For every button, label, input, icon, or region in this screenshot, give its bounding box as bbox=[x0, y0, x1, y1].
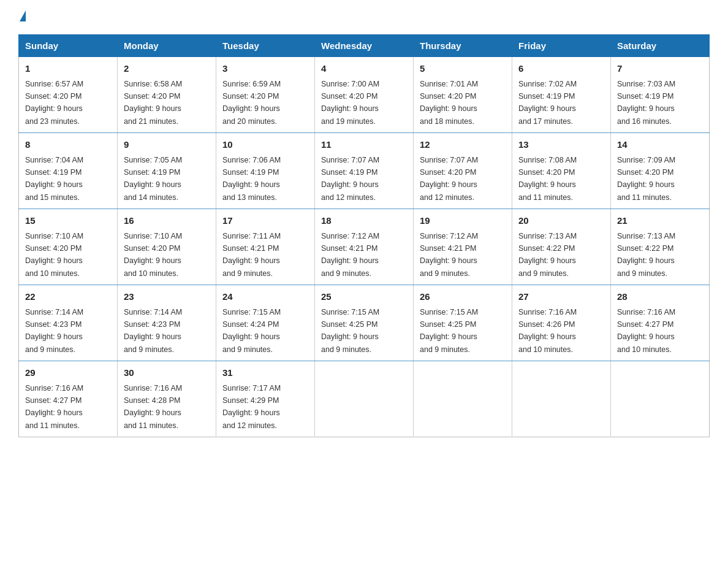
day-info: Sunrise: 7:16 AMSunset: 4:27 PMDaylight:… bbox=[25, 384, 83, 430]
day-number: 21 bbox=[617, 214, 703, 228]
day-info: Sunrise: 7:16 AMSunset: 4:26 PMDaylight:… bbox=[518, 308, 577, 354]
calendar-day-cell: 14 Sunrise: 7:09 AMSunset: 4:20 PMDaylig… bbox=[611, 133, 710, 209]
calendar-empty-cell bbox=[611, 361, 710, 437]
day-number: 17 bbox=[222, 214, 308, 228]
calendar-day-cell: 11 Sunrise: 7:07 AMSunset: 4:19 PMDaylig… bbox=[315, 133, 414, 209]
day-info: Sunrise: 6:59 AMSunset: 4:20 PMDaylight:… bbox=[222, 80, 281, 126]
calendar-day-cell: 5 Sunrise: 7:01 AMSunset: 4:20 PMDayligh… bbox=[414, 57, 512, 133]
day-info: Sunrise: 6:57 AMSunset: 4:20 PMDaylight:… bbox=[25, 80, 83, 126]
day-number: 16 bbox=[124, 214, 210, 228]
day-number: 8 bbox=[25, 138, 111, 152]
day-number: 28 bbox=[617, 290, 703, 304]
calendar-day-cell: 8 Sunrise: 7:04 AMSunset: 4:19 PMDayligh… bbox=[19, 133, 118, 209]
day-number: 22 bbox=[25, 290, 111, 304]
day-info: Sunrise: 7:07 AMSunset: 4:20 PMDaylight:… bbox=[420, 156, 478, 202]
day-number: 20 bbox=[518, 214, 604, 228]
day-number: 13 bbox=[518, 138, 604, 152]
day-number: 15 bbox=[25, 214, 111, 228]
day-info: Sunrise: 7:12 AMSunset: 4:21 PMDaylight:… bbox=[420, 232, 478, 278]
calendar-day-cell: 12 Sunrise: 7:07 AMSunset: 4:20 PMDaylig… bbox=[414, 133, 512, 209]
calendar-day-cell: 3 Sunrise: 6:59 AMSunset: 4:20 PMDayligh… bbox=[216, 57, 315, 133]
day-number: 29 bbox=[25, 366, 111, 380]
weekday-header-wednesday: Wednesday bbox=[315, 35, 414, 57]
weekday-header-tuesday: Tuesday bbox=[216, 35, 315, 57]
day-info: Sunrise: 7:15 AMSunset: 4:25 PMDaylight:… bbox=[321, 308, 379, 354]
day-info: Sunrise: 7:16 AMSunset: 4:27 PMDaylight:… bbox=[617, 308, 675, 354]
day-info: Sunrise: 7:06 AMSunset: 4:19 PMDaylight:… bbox=[222, 156, 281, 202]
day-number: 1 bbox=[25, 62, 111, 76]
day-number: 6 bbox=[518, 62, 604, 76]
calendar-day-cell: 6 Sunrise: 7:02 AMSunset: 4:19 PMDayligh… bbox=[512, 57, 611, 133]
calendar-week-row: 8 Sunrise: 7:04 AMSunset: 4:19 PMDayligh… bbox=[19, 133, 710, 209]
calendar-day-cell: 20 Sunrise: 7:13 AMSunset: 4:22 PMDaylig… bbox=[512, 209, 611, 285]
weekday-header-row: SundayMondayTuesdayWednesdayThursdayFrid… bbox=[19, 35, 710, 57]
day-info: Sunrise: 7:01 AMSunset: 4:20 PMDaylight:… bbox=[420, 80, 478, 126]
calendar-week-row: 1 Sunrise: 6:57 AMSunset: 4:20 PMDayligh… bbox=[19, 57, 710, 133]
day-info: Sunrise: 7:09 AMSunset: 4:20 PMDaylight:… bbox=[617, 156, 675, 202]
day-number: 11 bbox=[321, 138, 407, 152]
calendar-empty-cell bbox=[315, 361, 414, 437]
calendar-table: SundayMondayTuesdayWednesdayThursdayFrid… bbox=[18, 34, 710, 437]
weekday-header-monday: Monday bbox=[118, 35, 216, 57]
logo-triangle-icon bbox=[20, 10, 26, 21]
day-number: 30 bbox=[124, 366, 210, 380]
calendar-week-row: 15 Sunrise: 7:10 AMSunset: 4:20 PMDaylig… bbox=[19, 209, 710, 285]
calendar-day-cell: 23 Sunrise: 7:14 AMSunset: 4:23 PMDaylig… bbox=[118, 285, 216, 361]
day-number: 3 bbox=[222, 62, 308, 76]
day-number: 26 bbox=[420, 290, 506, 304]
day-info: Sunrise: 7:03 AMSunset: 4:19 PMDaylight:… bbox=[617, 80, 675, 126]
calendar-day-cell: 16 Sunrise: 7:10 AMSunset: 4:20 PMDaylig… bbox=[118, 209, 216, 285]
day-number: 12 bbox=[420, 138, 506, 152]
calendar-day-cell: 19 Sunrise: 7:12 AMSunset: 4:21 PMDaylig… bbox=[414, 209, 512, 285]
calendar-week-row: 22 Sunrise: 7:14 AMSunset: 4:23 PMDaylig… bbox=[19, 285, 710, 361]
calendar-day-cell: 13 Sunrise: 7:08 AMSunset: 4:20 PMDaylig… bbox=[512, 133, 611, 209]
calendar-day-cell: 22 Sunrise: 7:14 AMSunset: 4:23 PMDaylig… bbox=[19, 285, 118, 361]
calendar-day-cell: 30 Sunrise: 7:16 AMSunset: 4:28 PMDaylig… bbox=[118, 361, 216, 437]
day-number: 10 bbox=[222, 138, 308, 152]
calendar-day-cell: 9 Sunrise: 7:05 AMSunset: 4:19 PMDayligh… bbox=[118, 133, 216, 209]
calendar-day-cell: 18 Sunrise: 7:12 AMSunset: 4:21 PMDaylig… bbox=[315, 209, 414, 285]
day-info: Sunrise: 7:08 AMSunset: 4:20 PMDaylight:… bbox=[518, 156, 577, 202]
day-number: 24 bbox=[222, 290, 308, 304]
day-info: Sunrise: 7:17 AMSunset: 4:29 PMDaylight:… bbox=[222, 384, 281, 430]
day-info: Sunrise: 7:12 AMSunset: 4:21 PMDaylight:… bbox=[321, 232, 379, 278]
calendar-day-cell: 10 Sunrise: 7:06 AMSunset: 4:19 PMDaylig… bbox=[216, 133, 315, 209]
day-info: Sunrise: 7:10 AMSunset: 4:20 PMDaylight:… bbox=[25, 232, 83, 278]
day-info: Sunrise: 7:00 AMSunset: 4:20 PMDaylight:… bbox=[321, 80, 379, 126]
calendar-day-cell: 31 Sunrise: 7:17 AMSunset: 4:29 PMDaylig… bbox=[216, 361, 315, 437]
calendar-day-cell: 26 Sunrise: 7:15 AMSunset: 4:25 PMDaylig… bbox=[414, 285, 512, 361]
calendar-day-cell: 24 Sunrise: 7:15 AMSunset: 4:24 PMDaylig… bbox=[216, 285, 315, 361]
day-info: Sunrise: 7:14 AMSunset: 4:23 PMDaylight:… bbox=[124, 308, 182, 354]
weekday-header-sunday: Sunday bbox=[19, 35, 118, 57]
calendar-empty-cell bbox=[512, 361, 611, 437]
day-number: 19 bbox=[420, 214, 506, 228]
day-number: 14 bbox=[617, 138, 703, 152]
day-number: 5 bbox=[420, 62, 506, 76]
calendar-empty-cell bbox=[414, 361, 512, 437]
calendar-day-cell: 15 Sunrise: 7:10 AMSunset: 4:20 PMDaylig… bbox=[19, 209, 118, 285]
day-info: Sunrise: 7:07 AMSunset: 4:19 PMDaylight:… bbox=[321, 156, 379, 202]
day-number: 9 bbox=[124, 138, 210, 152]
day-number: 31 bbox=[222, 366, 308, 380]
day-number: 27 bbox=[518, 290, 604, 304]
day-info: Sunrise: 7:10 AMSunset: 4:20 PMDaylight:… bbox=[124, 232, 182, 278]
calendar-day-cell: 1 Sunrise: 6:57 AMSunset: 4:20 PMDayligh… bbox=[19, 57, 118, 133]
calendar-day-cell: 28 Sunrise: 7:16 AMSunset: 4:27 PMDaylig… bbox=[611, 285, 710, 361]
day-number: 4 bbox=[321, 62, 407, 76]
day-info: Sunrise: 6:58 AMSunset: 4:20 PMDaylight:… bbox=[124, 80, 182, 126]
day-number: 23 bbox=[124, 290, 210, 304]
day-info: Sunrise: 7:13 AMSunset: 4:22 PMDaylight:… bbox=[518, 232, 577, 278]
day-info: Sunrise: 7:05 AMSunset: 4:19 PMDaylight:… bbox=[124, 156, 182, 202]
day-info: Sunrise: 7:13 AMSunset: 4:22 PMDaylight:… bbox=[617, 232, 675, 278]
day-info: Sunrise: 7:15 AMSunset: 4:24 PMDaylight:… bbox=[222, 308, 281, 354]
day-info: Sunrise: 7:16 AMSunset: 4:28 PMDaylight:… bbox=[124, 384, 182, 430]
day-info: Sunrise: 7:15 AMSunset: 4:25 PMDaylight:… bbox=[420, 308, 478, 354]
calendar-day-cell: 25 Sunrise: 7:15 AMSunset: 4:25 PMDaylig… bbox=[315, 285, 414, 361]
calendar-day-cell: 7 Sunrise: 7:03 AMSunset: 4:19 PMDayligh… bbox=[611, 57, 710, 133]
weekday-header-saturday: Saturday bbox=[611, 35, 710, 57]
day-info: Sunrise: 7:04 AMSunset: 4:19 PMDaylight:… bbox=[25, 156, 83, 202]
calendar-day-cell: 4 Sunrise: 7:00 AMSunset: 4:20 PMDayligh… bbox=[315, 57, 414, 133]
calendar-week-row: 29 Sunrise: 7:16 AMSunset: 4:27 PMDaylig… bbox=[19, 361, 710, 437]
weekday-header-friday: Friday bbox=[512, 35, 611, 57]
day-number: 7 bbox=[617, 62, 703, 76]
